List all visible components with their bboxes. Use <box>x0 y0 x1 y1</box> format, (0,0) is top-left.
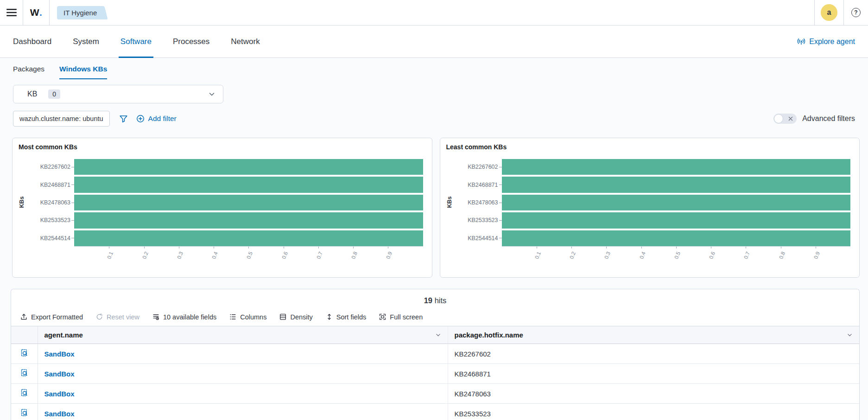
x-tick-mark <box>781 247 781 248</box>
x-tick-label: 0.4 <box>211 251 219 260</box>
category-label: KB2267602 <box>19 159 70 175</box>
subtab-packages[interactable]: Packages <box>13 58 44 80</box>
expander-cell <box>11 344 38 364</box>
add-filter-label: Add filter <box>148 115 177 123</box>
x-tick-mark <box>109 247 109 248</box>
plus-circle-icon <box>136 115 145 123</box>
inspect-document-icon <box>20 388 29 397</box>
funnel-icon[interactable] <box>119 115 128 123</box>
kb-select[interactable]: KB 0 <box>13 85 223 103</box>
x-tick-label: 0.3 <box>176 251 184 260</box>
inspect-document-button[interactable] <box>20 388 29 397</box>
kb-select-label: KB <box>27 90 37 98</box>
chart-bar-row: KB2544514 <box>446 230 851 246</box>
x-tick-mark <box>816 247 816 248</box>
toolbar-label: Reset view <box>107 313 139 321</box>
toolbar-density[interactable]: Density <box>279 313 312 321</box>
expander-cell <box>11 364 38 384</box>
hits-label: hits <box>435 296 447 305</box>
toolbar-export-formatted[interactable]: Export Formatted <box>20 313 83 321</box>
x-tick-label: 0.2 <box>141 251 149 260</box>
toolbar-label: Export Formatted <box>31 313 83 321</box>
y-axis-label: KBs <box>446 196 452 208</box>
inspect-document-button[interactable] <box>20 408 29 417</box>
toolbar-sort-fields[interactable]: Sort fields <box>325 313 366 321</box>
chevron-down-icon <box>208 90 215 98</box>
hits-summary: 19 hits <box>11 289 859 309</box>
advanced-filters-control: Advanced filters <box>773 114 855 124</box>
agent-name-link[interactable]: SandBox <box>44 350 75 358</box>
bar-track <box>502 212 851 228</box>
nav-tabs: DashboardSystemSoftwareProcessesNetwork <box>13 25 260 57</box>
agent-name-link[interactable]: SandBox <box>44 370 75 378</box>
column-header-agent-name[interactable]: agent.name <box>38 326 448 344</box>
chart-bar-row: KB2544514 <box>19 230 423 246</box>
columns-icon <box>229 313 237 321</box>
hits-count: 19 <box>424 296 432 305</box>
add-filter-button[interactable]: Add filter <box>136 115 177 123</box>
tab-processes[interactable]: Processes <box>173 25 209 57</box>
help-button[interactable]: ? <box>844 0 868 25</box>
tab-dashboard[interactable]: Dashboard <box>13 25 51 57</box>
agent-name-link[interactable]: SandBox <box>44 390 75 398</box>
subtab-windows-kbs[interactable]: Windows KBs <box>59 58 107 80</box>
bar <box>502 177 851 192</box>
inspect-document-button[interactable] <box>20 369 29 377</box>
bar-track <box>74 177 423 192</box>
inspect-document-icon <box>20 349 29 357</box>
x-tick-mark <box>248 247 249 248</box>
tab-network[interactable]: Network <box>231 25 260 57</box>
logo-dot: . <box>39 7 42 18</box>
broadcast-icon <box>797 38 805 46</box>
chart-bars: KB2267602KB2468871KB2478063KB2533523KB25… <box>19 159 426 246</box>
user-menu-button[interactable]: a <box>815 0 843 25</box>
toolbar-label: 10 available fields <box>163 313 216 321</box>
bar-track <box>502 159 851 175</box>
toolbar-label: Columns <box>240 313 266 321</box>
x-tick-mark <box>388 247 388 248</box>
filter-pill[interactable]: wazuh.cluster.name: ubuntu <box>13 111 110 127</box>
breadcrumb[interactable]: IT Hygiene <box>57 6 101 19</box>
chart-bar-row: KB2533523 <box>19 212 423 228</box>
app-logo[interactable]: W. <box>23 0 49 25</box>
table-row: SandBoxKB2267602 <box>11 344 859 364</box>
x-tick-label: 0.9 <box>813 251 821 260</box>
chart-bar-row: KB2267602 <box>446 159 851 175</box>
tab-software[interactable]: Software <box>120 25 152 57</box>
agent-name-link[interactable]: SandBox <box>44 410 75 418</box>
top-bar: W. IT Hygiene a ? <box>0 0 868 25</box>
tab-system[interactable]: System <box>73 25 99 57</box>
kb-select-badge: 0 <box>48 89 60 99</box>
column-header-package-hotfix-name[interactable]: package.hotfix.name <box>448 326 859 344</box>
x-tick-label: 0.1 <box>534 251 542 260</box>
x-tick-label: 0.3 <box>603 251 611 260</box>
results-table: agent.namepackage.hotfix.name SandBoxKB2… <box>11 326 859 420</box>
category-label: KB2267602 <box>446 159 498 175</box>
x-tick-mark <box>571 247 572 248</box>
explore-agent-link[interactable]: Explore agent <box>797 38 855 46</box>
bar <box>74 230 423 246</box>
category-label: KB2478063 <box>19 195 70 210</box>
chart-bar-row: KB2478063 <box>446 195 851 210</box>
table-row: SandBoxKB2468871 <box>11 364 859 384</box>
toolbar-columns[interactable]: Columns <box>229 313 266 321</box>
x-tick-label: 0.6 <box>708 251 716 260</box>
inspect-document-button[interactable] <box>20 349 29 357</box>
menu-button[interactable] <box>0 0 23 25</box>
column-header-label: package.hotfix.name <box>455 331 523 339</box>
category-label: KB2478063 <box>446 195 498 210</box>
toolbar-full-screen[interactable]: Full screen <box>379 313 423 321</box>
advanced-filters-toggle[interactable] <box>773 114 797 124</box>
x-tick-label: 0.5 <box>246 251 253 260</box>
chart-title: Most common KBs <box>19 143 426 151</box>
x-tick-label: 0.7 <box>316 251 323 260</box>
bar <box>502 159 851 175</box>
help-icon: ? <box>851 8 861 17</box>
x-tick-label: 0.2 <box>569 251 577 260</box>
x-tick-mark <box>214 247 214 248</box>
toolbar-10-available-fields[interactable]: 10 available fields <box>152 313 216 321</box>
chart-bar-row: KB2267602 <box>19 159 423 175</box>
expander-cell <box>11 384 38 404</box>
chart-bars: KB2267602KB2468871KB2478063KB2533523KB25… <box>446 159 854 246</box>
charts-row: Most common KBsKBsKB2267602KB2468871KB24… <box>12 138 860 278</box>
